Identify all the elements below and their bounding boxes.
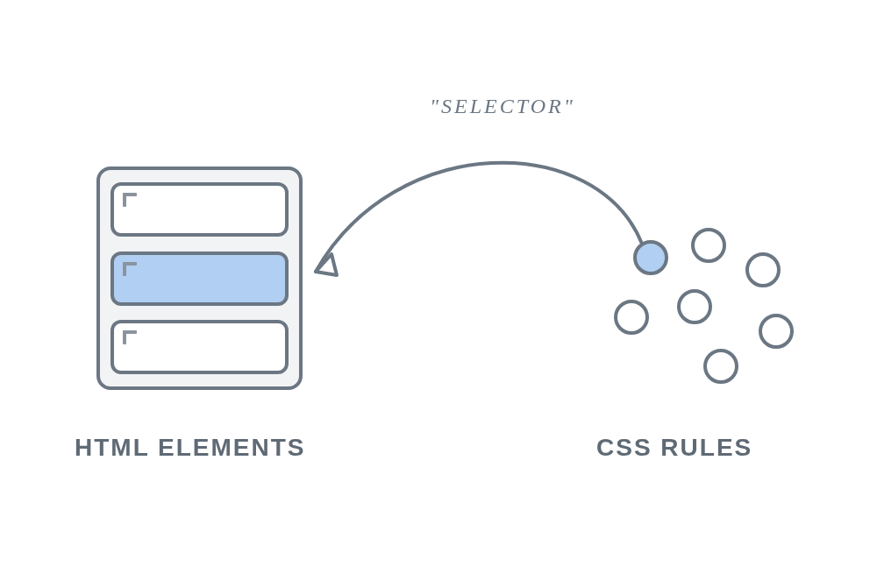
css-rule-circle [614,300,649,335]
html-elements-card [96,166,303,390]
html-elements-label: HTML ELEMENTS [75,434,305,462]
css-rule-circle [677,289,712,324]
corner-mark-icon [123,262,137,266]
corner-mark-icon [123,330,137,334]
css-rule-circle [703,349,738,384]
css-rule-circle [691,228,726,263]
css-rule-circle [759,314,794,349]
css-rules-label: CSS RULES [596,434,752,462]
corner-mark-icon [123,193,137,196]
html-element-row [111,182,289,237]
html-element-row-selected [111,251,289,306]
css-rule-circle [745,252,781,287]
diagram-canvas: "SELECTOR" HTML ELEMENTS CSS RULES [0,0,877,588]
html-element-row [111,320,289,374]
css-rule-circle-selected [633,240,668,275]
svg-marker-0 [316,254,337,275]
selector-label: "SELECTOR" [430,95,575,118]
